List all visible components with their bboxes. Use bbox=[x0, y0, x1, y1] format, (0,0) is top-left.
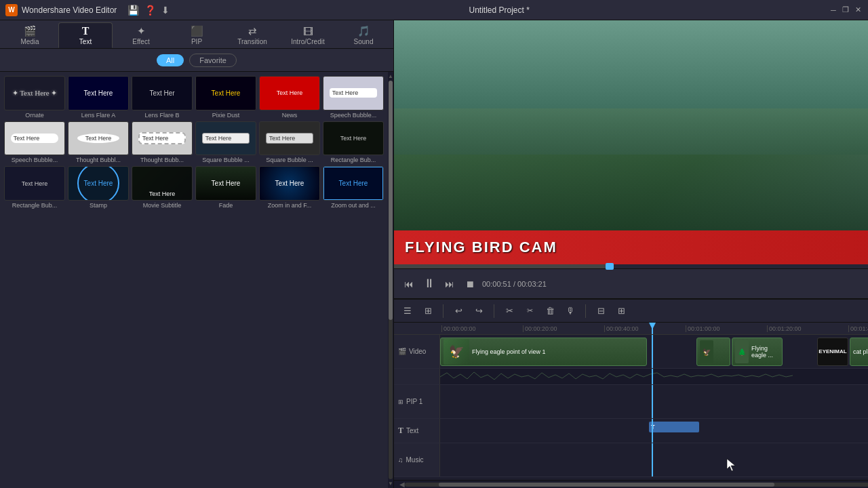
stop-button[interactable]: ⏹ bbox=[462, 276, 478, 292]
template-lensflare-a-thumb: Text Here bbox=[68, 76, 129, 110]
video-track-content[interactable]: 🦅 Flying eagle point of view 1 🦅 🌲 Flyin… bbox=[440, 335, 868, 368]
text-track-item-1[interactable]: T bbox=[649, 422, 699, 432]
detach-audio-button[interactable]: ⊟ bbox=[593, 303, 609, 319]
template-moviesub[interactable]: Text Here Movie Subtitle bbox=[132, 166, 193, 209]
template-speech-b2[interactable]: Text Here Speech Bubble... bbox=[4, 121, 65, 164]
template-rect-b1[interactable]: Text Here Rectangle Bub... bbox=[323, 121, 384, 164]
template-sq-b2[interactable]: Text Here Square Bubble ... bbox=[259, 121, 320, 164]
delete-button[interactable]: 🗑 bbox=[542, 303, 558, 319]
seek-thumb[interactable] bbox=[606, 263, 614, 270]
tab-effect-label: Effect bbox=[132, 38, 149, 45]
template-thought-b1[interactable]: Text Here Thought Bubbl... bbox=[68, 121, 129, 164]
seek-track bbox=[394, 264, 610, 268]
scroll-track[interactable] bbox=[405, 483, 868, 487]
merge-button[interactable]: ⊞ bbox=[613, 303, 629, 319]
templates-area: ✦ Text Here ✦ Ornate Text Here Lens Flar… bbox=[0, 72, 393, 488]
template-stamp[interactable]: Text Here Stamp bbox=[68, 166, 129, 209]
title-bar: W Wondershare Video Editor 💾 ❓ ⬇ Untitle… bbox=[0, 0, 868, 20]
template-zoom-out-label: Zoom out and ... bbox=[323, 202, 384, 209]
tab-transition[interactable]: ⇄ Transition bbox=[225, 22, 279, 48]
template-thought-b2[interactable]: Text Here Thought Bubb... bbox=[132, 121, 193, 164]
template-lensflare-b[interactable]: Text Her Lens Flare B bbox=[132, 76, 193, 119]
help-icon[interactable]: ❓ bbox=[144, 5, 156, 16]
right-panel: FLYING BIRD CAM ⏮ ⏸ ⏭ ⏹ 00:00:51 / bbox=[394, 20, 868, 298]
text-track-row: T Text T bbox=[394, 419, 868, 443]
record-button[interactable]: 🎙 bbox=[562, 303, 578, 319]
template-sq-b1[interactable]: Text Here Square Bubble ... bbox=[195, 121, 256, 164]
video-track-name: Video bbox=[409, 348, 426, 355]
app-logo: W bbox=[5, 4, 18, 16]
template-lensflare-b-thumb: Text Her bbox=[132, 76, 193, 110]
template-fade[interactable]: Text Here Fade bbox=[195, 166, 256, 209]
template-lensflare-b-label: Lens Flare B bbox=[132, 112, 193, 119]
filter-favorite-button[interactable]: Favorite bbox=[189, 54, 237, 67]
video-clip-3[interactable]: cat playing with a bird, really very coo… bbox=[850, 338, 868, 366]
restore-button[interactable]: ❐ bbox=[841, 5, 850, 15]
close-button[interactable]: ✕ bbox=[853, 5, 863, 15]
pip1-track-row: ⊞ PIP 1 bbox=[394, 385, 868, 419]
playhead-text bbox=[652, 419, 653, 443]
tab-intro[interactable]: 🎞 Intro/Credit bbox=[281, 22, 335, 48]
template-rect-b2-thumb: Text Here bbox=[4, 166, 65, 201]
grid-scrollbar[interactable]: ▲ ▼ bbox=[388, 72, 393, 488]
timeline-area: ☰ ⊞ ↩ ↪ ✂ ✂ 🗑 🎙 ⊟ ⊞ − + ⊡ bbox=[394, 298, 868, 488]
video-clip-2b[interactable]: 🌲 Flying eagle ... bbox=[732, 338, 783, 366]
timeline-toolbar: ☰ ⊞ ↩ ↪ ✂ ✂ 🗑 🎙 ⊟ ⊞ − + ⊡ bbox=[394, 300, 868, 323]
tab-media[interactable]: 🎬 Media bbox=[3, 22, 57, 48]
video-clip-2[interactable]: 🦅 bbox=[696, 338, 730, 366]
step-forward-button[interactable]: ⏭ bbox=[441, 276, 458, 292]
timeline-scrollbar[interactable]: ◀ ▶ bbox=[394, 480, 868, 488]
template-zoom-out[interactable]: Text Here Zoom out and ... bbox=[323, 166, 384, 209]
video-clip-logo[interactable]: EYENIMAL bbox=[817, 338, 848, 366]
filter-all-button[interactable]: All bbox=[157, 54, 184, 66]
redo-button[interactable]: ↪ bbox=[471, 303, 487, 319]
template-zoom-in[interactable]: Text Here Zoom in and F... bbox=[259, 166, 320, 209]
template-pixie-thumb: Text Here bbox=[195, 76, 256, 110]
template-rect-b2[interactable]: Text Here Rectangle Bub... bbox=[4, 166, 65, 209]
tab-effect[interactable]: ✦ Effect bbox=[114, 22, 168, 48]
undo-button[interactable]: ↩ bbox=[450, 303, 467, 319]
save-icon[interactable]: 💾 bbox=[127, 5, 139, 16]
seek-bar[interactable] bbox=[394, 264, 868, 268]
timeline-list-view-button[interactable]: ☰ bbox=[399, 303, 416, 319]
pause-button[interactable]: ⏸ bbox=[421, 276, 437, 292]
video-track-label: 🎬 Video bbox=[394, 335, 440, 368]
playhead-music bbox=[652, 443, 653, 476]
template-sq-b2-thumb: Text Here bbox=[259, 121, 320, 156]
clip-thumb-2a: 🦅 bbox=[700, 340, 713, 363]
timeline-grid-view-button[interactable]: ⊞ bbox=[420, 303, 436, 319]
scroll-left-arrow[interactable]: ◀ bbox=[399, 481, 405, 488]
text-track-content[interactable]: T bbox=[440, 419, 868, 443]
pip1-name: PIP 1 bbox=[406, 398, 422, 405]
scroll-thumb[interactable] bbox=[439, 483, 774, 487]
template-news[interactable]: Text Here News bbox=[259, 76, 320, 119]
cut-button[interactable]: ✂ bbox=[521, 303, 538, 319]
template-rect-b2-label: Rectangle Bub... bbox=[4, 202, 65, 209]
tab-sound[interactable]: 🎵 Sound bbox=[336, 22, 391, 48]
pip1-icon: ⊞ bbox=[398, 399, 403, 405]
timeline-tracks[interactable]: 00:00:00:00 00:00:20:00 00:00:40:00 00:0… bbox=[394, 323, 868, 480]
cut-edit-button[interactable]: ✂ bbox=[501, 303, 517, 319]
waveform-content bbox=[440, 369, 868, 384]
text-track-label: T Text bbox=[394, 419, 440, 443]
template-sq-b1-label: Square Bubble ... bbox=[195, 157, 256, 163]
tab-text[interactable]: T Text bbox=[58, 22, 113, 48]
template-lensflare-a[interactable]: Text Here Lens Flare A bbox=[68, 76, 129, 119]
template-ornate[interactable]: ✦ Text Here ✦ Ornate bbox=[4, 76, 65, 119]
text-icon: T bbox=[82, 25, 90, 37]
video-clip-1[interactable]: 🦅 Flying eagle point of view 1 bbox=[440, 338, 647, 366]
rewind-button[interactable]: ⏮ bbox=[401, 276, 417, 292]
pip-icon: ⬛ bbox=[191, 25, 203, 37]
title-icons: 💾 ❓ ⬇ bbox=[127, 5, 170, 16]
template-rect-b1-thumb: Text Here bbox=[323, 121, 384, 156]
template-pixie[interactable]: Text Here Pixie Dust bbox=[195, 76, 256, 119]
download-icon[interactable]: ⬇ bbox=[161, 5, 170, 16]
template-thought-b2-label: Thought Bubb... bbox=[132, 157, 193, 163]
tab-pip[interactable]: ⬛ PIP bbox=[170, 22, 224, 48]
pip1-track-content[interactable] bbox=[440, 385, 868, 418]
music-track-content[interactable] bbox=[440, 443, 868, 476]
template-speech-b1[interactable]: Text Here Speech Bubble... bbox=[323, 76, 384, 119]
minimize-button[interactable]: ─ bbox=[829, 5, 838, 15]
preview-title-text: FLYING BIRD CAM bbox=[405, 239, 557, 256]
text-track-icon: T bbox=[398, 426, 403, 436]
